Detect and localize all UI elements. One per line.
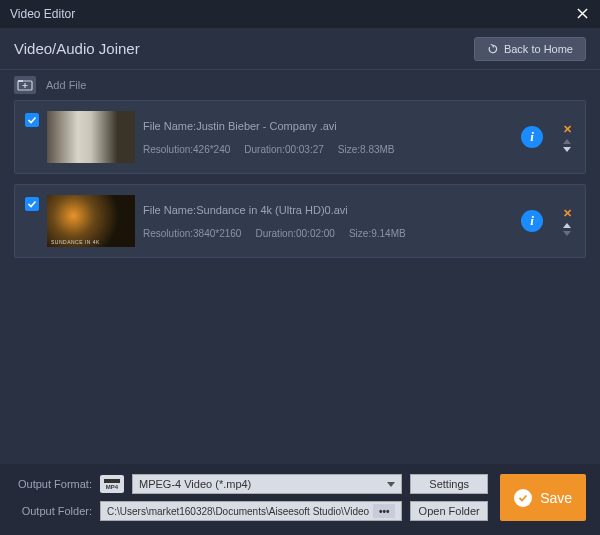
back-to-home-button[interactable]: Back to Home bbox=[474, 37, 586, 61]
file-checkbox[interactable] bbox=[25, 113, 39, 127]
page-title: Video/Audio Joiner bbox=[14, 40, 140, 57]
file-name-value: Justin Bieber - Company .avi bbox=[196, 120, 337, 132]
check-icon bbox=[27, 199, 37, 209]
move-up-button[interactable] bbox=[563, 223, 571, 228]
file-meta: File Name:Sundance in 4k (Ultra HD)0.avi… bbox=[143, 204, 513, 239]
size: Size:8.83MB bbox=[338, 144, 395, 155]
format-type-icon: MP4 bbox=[100, 475, 124, 493]
file-name-row: File Name:Justin Bieber - Company .avi bbox=[143, 120, 513, 132]
browse-folder-button[interactable]: ••• bbox=[373, 504, 395, 518]
move-up-button[interactable] bbox=[563, 139, 571, 144]
reorder-controls: ✕ bbox=[559, 207, 575, 236]
move-down-button[interactable] bbox=[563, 231, 571, 236]
back-arrow-icon bbox=[487, 43, 499, 55]
add-file-icon bbox=[17, 79, 33, 91]
resolution: Resolution:3840*2160 bbox=[143, 228, 241, 239]
output-format-value: MPEG-4 Video (*.mp4) bbox=[139, 478, 251, 490]
add-file-button[interactable] bbox=[14, 76, 36, 94]
resolution: Resolution:426*240 bbox=[143, 144, 230, 155]
video-thumbnail: SUNDANCE IN 4K bbox=[47, 195, 135, 247]
output-settings: Output Format: MP4 MPEG-4 Video (*.mp4) … bbox=[14, 474, 488, 521]
file-meta: File Name:Justin Bieber - Company .avi R… bbox=[143, 120, 513, 155]
output-format-select[interactable]: MPEG-4 Video (*.mp4) bbox=[132, 474, 402, 494]
output-folder-row: Output Folder: C:\Users\market160328\Doc… bbox=[14, 501, 488, 521]
size: Size:9.14MB bbox=[349, 228, 406, 239]
reorder-controls: ✕ bbox=[559, 123, 575, 152]
file-details-row: Resolution:3840*2160 Duration:00:02:00 S… bbox=[143, 228, 513, 239]
remove-button[interactable]: ✕ bbox=[563, 123, 572, 136]
info-button[interactable]: i bbox=[521, 210, 543, 232]
back-to-home-label: Back to Home bbox=[504, 43, 573, 55]
info-button[interactable]: i bbox=[521, 126, 543, 148]
chevron-down-icon bbox=[387, 482, 395, 487]
header: Video/Audio Joiner Back to Home bbox=[0, 28, 600, 70]
app-title: Video Editor bbox=[10, 7, 75, 21]
open-folder-button[interactable]: Open Folder bbox=[410, 501, 488, 521]
check-icon bbox=[27, 115, 37, 125]
duration: Duration:00:03:27 bbox=[244, 144, 324, 155]
file-name-row: File Name:Sundance in 4k (Ultra HD)0.avi bbox=[143, 204, 513, 216]
file-list: File Name:Justin Bieber - Company .avi R… bbox=[0, 100, 600, 258]
titlebar: Video Editor bbox=[0, 0, 600, 28]
close-button[interactable] bbox=[574, 6, 590, 22]
file-details-row: Resolution:426*240 Duration:00:03:27 Siz… bbox=[143, 144, 513, 155]
output-folder-value: C:\Users\market160328\Documents\Aiseesof… bbox=[107, 506, 369, 517]
save-label: Save bbox=[540, 490, 572, 506]
video-thumbnail bbox=[47, 111, 135, 163]
file-name-label: File Name: bbox=[143, 204, 196, 216]
add-file-row: Add File bbox=[0, 70, 600, 100]
bottom-panel: Output Format: MP4 MPEG-4 Video (*.mp4) … bbox=[0, 464, 600, 535]
svg-rect-1 bbox=[18, 80, 23, 82]
add-file-label[interactable]: Add File bbox=[46, 79, 86, 91]
output-folder-input[interactable]: C:\Users\market160328\Documents\Aiseesof… bbox=[100, 501, 402, 521]
file-name-label: File Name: bbox=[143, 120, 196, 132]
file-item[interactable]: SUNDANCE IN 4K File Name:Sundance in 4k … bbox=[14, 184, 586, 258]
file-name-value: Sundance in 4k (Ultra HD)0.avi bbox=[196, 204, 348, 216]
output-folder-label: Output Folder: bbox=[14, 505, 92, 517]
duration: Duration:00:02:00 bbox=[255, 228, 335, 239]
save-button[interactable]: Save bbox=[500, 474, 586, 521]
move-down-button[interactable] bbox=[563, 147, 571, 152]
output-format-row: Output Format: MP4 MPEG-4 Video (*.mp4) … bbox=[14, 474, 488, 494]
remove-button[interactable]: ✕ bbox=[563, 207, 572, 220]
file-item[interactable]: File Name:Justin Bieber - Company .avi R… bbox=[14, 100, 586, 174]
output-format-label: Output Format: bbox=[14, 478, 92, 490]
save-check-icon bbox=[514, 489, 532, 507]
file-checkbox[interactable] bbox=[25, 197, 39, 211]
settings-button[interactable]: Settings bbox=[410, 474, 488, 494]
